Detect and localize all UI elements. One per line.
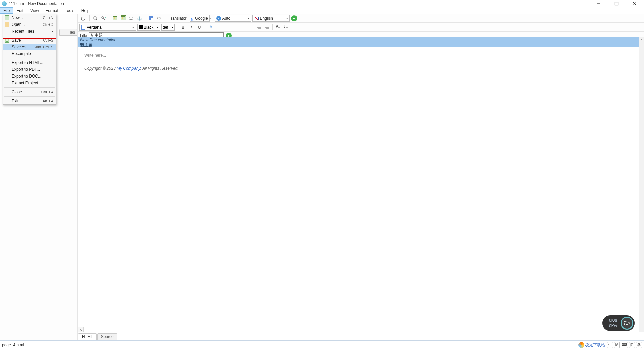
svg-text:2: 2 xyxy=(276,25,278,29)
close-button[interactable] xyxy=(629,1,641,7)
translator-provider-select[interactable]: g Google ▾ xyxy=(190,15,210,22)
separator xyxy=(272,24,273,30)
replace-icon[interactable] xyxy=(100,15,107,22)
site-name: 极光下载站 xyxy=(585,342,605,348)
underline-button[interactable]: U xyxy=(196,24,203,31)
tab-source[interactable]: Source xyxy=(97,333,117,340)
font-icon xyxy=(81,25,85,30)
font-color-select[interactable]: Black ▾ xyxy=(137,24,160,31)
align-right-icon[interactable] xyxy=(235,24,242,31)
separator xyxy=(4,58,55,58)
menu-file[interactable]: File xyxy=(0,7,13,14)
editor-view-tabs: HTML Source xyxy=(78,332,117,340)
site-logo-icon xyxy=(578,342,584,348)
numbered-list-icon[interactable]: 12 xyxy=(275,24,282,31)
svg-line-7 xyxy=(96,19,97,20)
menubar: File Edit View Format Tools Help xyxy=(0,7,644,14)
outdent-icon[interactable] xyxy=(255,24,262,31)
menu-item-recompile[interactable]: Recompile xyxy=(3,50,56,57)
settings-icon[interactable]: ⚙ xyxy=(156,15,162,22)
editor-placeholder: Write here... xyxy=(84,53,635,58)
chevron-down-icon: ▾ xyxy=(157,26,159,29)
maximize-button[interactable] xyxy=(610,1,623,7)
ime-keyboard-icon[interactable]: ⌨ xyxy=(621,342,628,348)
font-size-value: def xyxy=(163,25,168,30)
separator xyxy=(4,36,55,36)
company-link[interactable]: My Company xyxy=(117,66,140,71)
menu-item-export-html[interactable]: Export to HTML... xyxy=(3,59,56,66)
menu-help[interactable]: Help xyxy=(78,7,93,14)
align-justify-icon[interactable] xyxy=(244,24,250,31)
insert-image-icon[interactable] xyxy=(112,15,118,22)
menu-item-open[interactable]: Open... Ctrl+O xyxy=(3,21,56,28)
translate-run-button[interactable]: ▶ xyxy=(291,15,297,21)
menu-item-close[interactable]: Close Ctrl+F4 xyxy=(3,89,56,95)
separator xyxy=(4,87,55,88)
ime-m[interactable]: M xyxy=(614,342,620,348)
scroll-up-icon[interactable]: ▴ xyxy=(639,37,644,42)
source-language-select[interactable]: ? Auto ▾ xyxy=(215,15,251,22)
highlight-icon[interactable]: ✎ xyxy=(208,24,214,31)
menu-edit[interactable]: Edit xyxy=(13,7,27,14)
speed-arrows-icon: ↑↓ xyxy=(605,318,607,328)
separator xyxy=(212,15,212,21)
menu-item-exit[interactable]: Exit Alt+F4 xyxy=(3,98,56,104)
menu-format[interactable]: Format xyxy=(42,7,62,14)
left-tab-peek[interactable]: ies xyxy=(59,29,77,36)
editor-area: New Documentation 新主题 Write here... Copy… xyxy=(78,37,641,332)
menu-item-new[interactable]: New... Ctrl+N xyxy=(3,14,56,21)
source-language-value: Auto xyxy=(222,16,231,21)
editor-body[interactable]: Write here... Copyright © 2023 My Compan… xyxy=(78,47,641,332)
italic-button[interactable]: I xyxy=(188,24,195,31)
menu-item-save-as[interactable]: Save As... Shift+Ctrl+S xyxy=(3,44,56,50)
status-text: page_4.html xyxy=(2,343,24,347)
ime-tu[interactable]: 图 xyxy=(629,342,635,348)
indent-icon[interactable] xyxy=(263,24,270,31)
align-left-icon[interactable] xyxy=(219,24,226,31)
titlebar: 111.chm - New Documentation xyxy=(0,0,644,7)
bullet-list-icon[interactable] xyxy=(283,24,290,31)
separator xyxy=(109,15,109,21)
breadcrumb-project[interactable]: New Documentation xyxy=(80,38,639,42)
menu-item-export-doc[interactable]: Export to DOC... xyxy=(3,73,56,80)
window-controls xyxy=(592,1,642,7)
search-icon[interactable] xyxy=(92,15,99,22)
redo-icon[interactable] xyxy=(80,15,87,22)
statusbar: page_4.html 极光下载站 中 M ⌨ 图 器 xyxy=(0,340,644,349)
usage-gauge: 71% xyxy=(621,317,633,330)
menu-view[interactable]: View xyxy=(27,7,42,14)
insert-link-icon[interactable] xyxy=(128,15,135,22)
app-icon xyxy=(2,1,7,6)
new-file-icon xyxy=(4,15,10,20)
menu-item-save[interactable]: Save Ctrl+S xyxy=(3,37,56,44)
network-speed-widget[interactable]: ↑↓ 0K/s 0K/s 71% xyxy=(602,315,635,331)
font-family-select[interactable]: Verdana ▾ xyxy=(79,24,136,31)
separator xyxy=(177,24,177,30)
color-swatch-icon xyxy=(139,25,143,29)
menu-item-recent-files[interactable]: Recent Files ▸ xyxy=(3,28,56,35)
svg-point-6 xyxy=(94,17,96,19)
align-center-icon[interactable] xyxy=(227,24,234,31)
ime-mode[interactable]: 中 xyxy=(607,342,613,348)
target-language-select[interactable]: English ▾ xyxy=(252,15,290,22)
ime-indicators: 中 M ⌨ 图 器 xyxy=(607,342,642,348)
bold-button[interactable]: B xyxy=(180,24,186,31)
ime-qi[interactable]: 器 xyxy=(636,342,642,348)
download-rate: 0K/s xyxy=(609,323,621,328)
scroll-left-icon[interactable]: < xyxy=(78,327,84,332)
menu-item-export-pdf[interactable]: Export to PDF... xyxy=(3,66,56,73)
google-icon: g xyxy=(191,16,194,20)
svg-point-35 xyxy=(284,25,285,26)
insert-images-icon[interactable] xyxy=(120,15,126,22)
menu-item-extract-project[interactable]: Extract Project... xyxy=(3,80,56,86)
translator-label: Translator xyxy=(167,16,188,21)
target-language-value: English xyxy=(260,16,273,21)
minimize-button[interactable] xyxy=(592,1,604,7)
open-folder-icon xyxy=(4,22,10,27)
insert-anchor-icon[interactable]: ⚓ xyxy=(136,15,143,22)
menu-tools[interactable]: Tools xyxy=(62,7,78,14)
tab-html[interactable]: HTML xyxy=(78,333,97,340)
font-size-select[interactable]: def ▾ xyxy=(161,24,175,31)
vertical-scrollbar[interactable]: ▴ xyxy=(639,37,644,332)
insert-table-icon[interactable] xyxy=(148,15,154,22)
